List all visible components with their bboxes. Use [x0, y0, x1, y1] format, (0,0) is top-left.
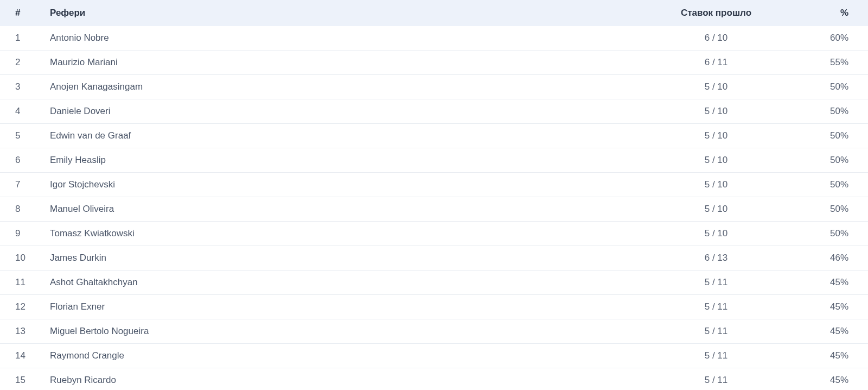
cell-percent: 45%: [792, 271, 868, 295]
cell-rank: 5: [0, 124, 43, 148]
cell-bets: 5 / 10: [640, 75, 792, 99]
cell-rank: 7: [0, 173, 43, 197]
cell-percent: 45%: [792, 344, 868, 368]
table-row[interactable]: 7Igor Stojchevski5 / 1050%: [0, 173, 868, 197]
cell-rank: 10: [0, 246, 43, 271]
cell-rank: 4: [0, 99, 43, 124]
cell-percent: 50%: [792, 75, 868, 99]
cell-percent: 60%: [792, 26, 868, 51]
cell-name: Daniele Doveri: [43, 99, 640, 124]
cell-rank: 6: [0, 148, 43, 173]
cell-bets: 5 / 10: [640, 173, 792, 197]
cell-rank: 3: [0, 75, 43, 99]
cell-rank: 8: [0, 197, 43, 222]
cell-bets: 6 / 10: [640, 26, 792, 51]
cell-name: Ashot Ghaltakhchyan: [43, 271, 640, 295]
cell-bets: 5 / 11: [640, 319, 792, 344]
cell-bets: 5 / 11: [640, 368, 792, 391]
cell-name: Maurizio Mariani: [43, 51, 640, 75]
cell-rank: 1: [0, 26, 43, 51]
cell-rank: 11: [0, 271, 43, 295]
cell-bets: 5 / 10: [640, 99, 792, 124]
table-header-row: # Рефери Ставок прошло %: [0, 0, 868, 26]
cell-percent: 45%: [792, 319, 868, 344]
cell-name: Edwin van de Graaf: [43, 124, 640, 148]
table-row[interactable]: 8Manuel Oliveira5 / 1050%: [0, 197, 868, 222]
cell-percent: 45%: [792, 368, 868, 391]
cell-name: Manuel Oliveira: [43, 197, 640, 222]
cell-percent: 50%: [792, 148, 868, 173]
referee-table: # Рефери Ставок прошло % 1Antonio Nobre6…: [0, 0, 868, 390]
cell-bets: 5 / 10: [640, 148, 792, 173]
cell-percent: 50%: [792, 222, 868, 246]
cell-bets: 5 / 11: [640, 271, 792, 295]
table-row[interactable]: 13Miguel Bertolo Nogueira5 / 1145%: [0, 319, 868, 344]
table-row[interactable]: 6Emily Heaslip5 / 1050%: [0, 148, 868, 173]
cell-percent: 50%: [792, 173, 868, 197]
cell-name: Raymond Crangle: [43, 344, 640, 368]
cell-name: Antonio Nobre: [43, 26, 640, 51]
table-row[interactable]: 10James Durkin6 / 1346%: [0, 246, 868, 271]
cell-bets: 6 / 13: [640, 246, 792, 271]
header-name[interactable]: Рефери: [43, 0, 640, 26]
table-row[interactable]: 14Raymond Crangle5 / 1145%: [0, 344, 868, 368]
table-row[interactable]: 15Ruebyn Ricardo5 / 1145%: [0, 368, 868, 391]
header-percent[interactable]: %: [792, 0, 868, 26]
cell-percent: 55%: [792, 51, 868, 75]
cell-rank: 13: [0, 319, 43, 344]
cell-bets: 5 / 10: [640, 222, 792, 246]
cell-rank: 9: [0, 222, 43, 246]
cell-name: Ruebyn Ricardo: [43, 368, 640, 391]
table-row[interactable]: 1Antonio Nobre6 / 1060%: [0, 26, 868, 51]
cell-bets: 5 / 11: [640, 295, 792, 319]
table-row[interactable]: 2Maurizio Mariani6 / 1155%: [0, 51, 868, 75]
cell-percent: 46%: [792, 246, 868, 271]
table-row[interactable]: 5Edwin van de Graaf5 / 1050%: [0, 124, 868, 148]
table-row[interactable]: 12Florian Exner5 / 1145%: [0, 295, 868, 319]
cell-rank: 15: [0, 368, 43, 391]
cell-bets: 5 / 10: [640, 124, 792, 148]
cell-rank: 2: [0, 51, 43, 75]
header-rank[interactable]: #: [0, 0, 43, 26]
table-row[interactable]: 3Anojen Kanagasingam5 / 1050%: [0, 75, 868, 99]
cell-bets: 5 / 10: [640, 197, 792, 222]
cell-name: Florian Exner: [43, 295, 640, 319]
cell-percent: 50%: [792, 124, 868, 148]
table-row[interactable]: 4Daniele Doveri5 / 1050%: [0, 99, 868, 124]
cell-percent: 45%: [792, 295, 868, 319]
table-row[interactable]: 11Ashot Ghaltakhchyan5 / 1145%: [0, 271, 868, 295]
cell-name: Miguel Bertolo Nogueira: [43, 319, 640, 344]
cell-percent: 50%: [792, 99, 868, 124]
cell-name: Tomasz Kwiatkowski: [43, 222, 640, 246]
cell-percent: 50%: [792, 197, 868, 222]
cell-rank: 12: [0, 295, 43, 319]
table-body: 1Antonio Nobre6 / 1060%2Maurizio Mariani…: [0, 26, 868, 390]
cell-name: Igor Stojchevski: [43, 173, 640, 197]
cell-name: Emily Heaslip: [43, 148, 640, 173]
cell-rank: 14: [0, 344, 43, 368]
table-row[interactable]: 9Tomasz Kwiatkowski5 / 1050%: [0, 222, 868, 246]
cell-bets: 5 / 11: [640, 344, 792, 368]
cell-name: James Durkin: [43, 246, 640, 271]
cell-name: Anojen Kanagasingam: [43, 75, 640, 99]
header-bets[interactable]: Ставок прошло: [640, 0, 792, 26]
cell-bets: 6 / 11: [640, 51, 792, 75]
